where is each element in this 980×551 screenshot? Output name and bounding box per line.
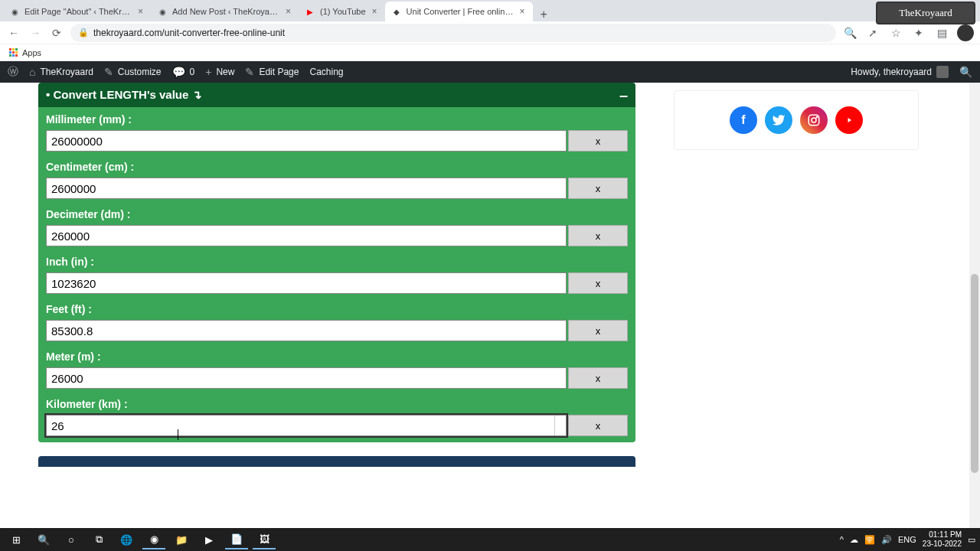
field-label: Kilometer (km) : xyxy=(46,398,628,410)
start-button[interactable]: ⊞ xyxy=(5,530,28,549)
edge-icon[interactable]: 🌐 xyxy=(115,530,138,549)
user-avatar-icon xyxy=(936,66,949,78)
address-bar: ← → ⟳ 🔒 thekroyaard.com/unit-converter-f… xyxy=(0,21,980,44)
tab-edit-page[interactable]: ◉ Edit Page "About" ‹ TheKroyaard × xyxy=(3,2,151,21)
clear-button[interactable]: x xyxy=(568,367,628,389)
clear-button[interactable]: x xyxy=(568,178,628,199)
wp-new-label: New xyxy=(216,67,234,77)
app-icon[interactable]: 🖼 xyxy=(253,530,276,549)
browser-tab-strip: ◉ Edit Page "About" ‹ TheKroyaard × ◉ Ad… xyxy=(0,0,980,21)
brush-icon: ✎ xyxy=(104,66,113,78)
onedrive-icon[interactable]: ☁ xyxy=(850,535,858,545)
media-player-icon[interactable]: ▶ xyxy=(198,530,220,549)
tab-youtube[interactable]: ▶ (1) YouTube × xyxy=(299,2,385,21)
zoom-icon[interactable]: 🔍 xyxy=(842,25,858,41)
wp-caching[interactable]: Caching xyxy=(309,67,343,77)
millimeter-input[interactable] xyxy=(46,130,567,152)
centimeter-input[interactable] xyxy=(46,178,567,199)
feet-input[interactable] xyxy=(46,320,567,341)
kilometer-input[interactable] xyxy=(46,415,567,436)
clear-button[interactable]: x xyxy=(568,130,628,152)
chrome-icon[interactable]: ◉ xyxy=(142,530,165,549)
close-icon[interactable]: × xyxy=(518,6,527,17)
pencil-icon: ✎ xyxy=(245,66,254,78)
text-cursor-icon xyxy=(178,429,178,440)
wp-comments-count: 0 xyxy=(190,67,195,77)
date-text: 23-10-2022 xyxy=(923,540,962,549)
close-icon[interactable]: × xyxy=(284,6,292,17)
back-button[interactable]: ← xyxy=(6,25,21,41)
clock[interactable]: 01:11 PM 23-10-2022 xyxy=(923,530,962,549)
inch-input[interactable] xyxy=(46,272,567,294)
field-centimeter: Centimeter (cm) : x xyxy=(41,155,632,202)
wp-customize[interactable]: ✎Customize xyxy=(104,66,162,78)
field-meter: Meter (m) : x xyxy=(41,344,632,392)
scrollbar-thumb[interactable] xyxy=(971,274,978,473)
apps-icon[interactable] xyxy=(9,48,18,57)
scrollbar-track[interactable] xyxy=(969,83,980,528)
clear-button[interactable]: x xyxy=(568,225,628,246)
wp-logo[interactable]: ⓦ xyxy=(8,65,18,79)
tab-title: Edit Page "About" ‹ TheKroyaard xyxy=(24,7,132,16)
volume-icon[interactable]: 🔊 xyxy=(881,535,892,545)
field-millimeter: Millimeter (mm) : x xyxy=(41,107,632,155)
clear-button[interactable]: x xyxy=(568,320,628,341)
wp-howdy[interactable]: Howdy, thekroyaard xyxy=(851,66,949,78)
apps-label[interactable]: Apps xyxy=(22,48,41,57)
clear-button[interactable]: x xyxy=(568,272,628,294)
task-view-button[interactable]: ⧉ xyxy=(87,530,110,549)
converter-header[interactable]: • Convert LENGTH's value ↴ – xyxy=(38,83,635,107)
file-explorer-icon[interactable]: 📁 xyxy=(170,530,193,549)
tab-add-post[interactable]: ◉ Add New Post ‹ TheKroyaard — × xyxy=(151,2,299,21)
comment-icon: 💬 xyxy=(172,66,185,78)
reload-button[interactable]: ⟳ xyxy=(49,25,64,41)
facebook-icon[interactable]: f xyxy=(730,106,757,134)
plus-icon: + xyxy=(205,66,211,78)
wp-caching-label: Caching xyxy=(309,67,343,77)
wp-new[interactable]: +New xyxy=(205,66,234,78)
wp-comments[interactable]: 💬0 xyxy=(172,66,195,78)
profile-avatar[interactable] xyxy=(957,24,974,41)
cortana-button[interactable]: ○ xyxy=(60,530,83,549)
notifications-icon[interactable]: ▭ xyxy=(968,535,975,545)
close-icon[interactable]: × xyxy=(371,6,379,17)
url-input[interactable]: 🔒 thekroyaard.com/unit-converter-free-on… xyxy=(70,24,836,42)
meter-input[interactable] xyxy=(46,367,567,389)
wordpress-icon: ◉ xyxy=(157,6,168,17)
tab-title: Unit Converter | Free online Unit xyxy=(407,7,514,16)
wp-search-icon[interactable]: 🔍 xyxy=(959,66,972,78)
twitter-icon[interactable] xyxy=(765,106,792,134)
social-links: f xyxy=(674,90,919,150)
next-converter-header[interactable] xyxy=(38,456,635,467)
reading-list-icon[interactable]: ▤ xyxy=(934,25,949,41)
sidebar-column: f xyxy=(658,83,942,467)
wp-site-link[interactable]: ⌂TheKroyaard xyxy=(29,66,93,78)
brand-logo: TheKroyaard xyxy=(876,2,975,24)
chevron-up-icon[interactable]: ^ xyxy=(840,535,844,544)
extensions-icon[interactable]: ✦ xyxy=(911,25,926,41)
bookmarks-bar: Apps xyxy=(0,44,980,61)
clear-button[interactable]: x xyxy=(568,415,628,436)
youtube-icon[interactable] xyxy=(835,106,863,134)
notepad-icon[interactable]: 📄 xyxy=(225,530,248,549)
star-icon[interactable]: ☆ xyxy=(888,25,903,41)
field-label: Meter (m) : xyxy=(46,350,628,363)
field-decimeter: Decimeter (dm) : x xyxy=(41,202,632,249)
instagram-icon[interactable] xyxy=(800,106,828,134)
decimeter-input[interactable] xyxy=(46,225,567,246)
tab-unit-converter[interactable]: ◆ Unit Converter | Free online Unit × xyxy=(385,2,533,21)
close-icon[interactable]: × xyxy=(136,6,145,17)
field-label: Inch (in) : xyxy=(46,256,628,268)
tab-title: Add New Post ‹ TheKroyaard — xyxy=(172,7,279,16)
site-icon: ◆ xyxy=(391,6,402,17)
language-indicator[interactable]: ENG xyxy=(898,535,916,544)
network-icon[interactable]: 🛜 xyxy=(864,535,875,545)
field-label: Millimeter (mm) : xyxy=(46,113,628,126)
forward-button[interactable]: → xyxy=(28,25,43,41)
share-icon[interactable]: ➚ xyxy=(865,25,880,41)
wp-edit-page[interactable]: ✎Edit Page xyxy=(245,66,299,78)
collapse-button[interactable]: – xyxy=(619,87,628,103)
field-label: Centimeter (cm) : xyxy=(46,161,628,173)
new-tab-button[interactable]: + xyxy=(533,8,555,21)
search-button[interactable]: 🔍 xyxy=(32,530,55,549)
